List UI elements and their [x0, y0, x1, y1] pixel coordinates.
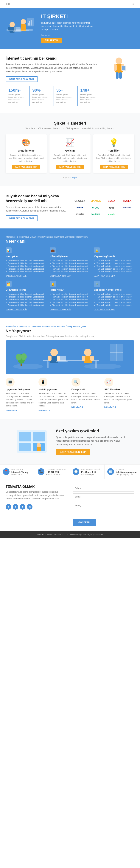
ne-illustration-banner: [6, 340, 134, 374]
social-icon[interactable]: ▶: [20, 504, 25, 509]
name-field[interactable]: [73, 485, 134, 492]
ne-card: 📱 Mobil Uygulama Sample text. Click to s…: [39, 378, 69, 412]
svg-rect-36: [90, 356, 94, 361]
neler-list-item: ✓Tam arak eşit dikini doklor sit amet co…: [50, 301, 90, 304]
stat-number: 90%: [32, 88, 48, 93]
ne-card-text: Sample text. Click to select. Click agai…: [71, 392, 101, 404]
neler-card-btn[interactable]: DAHA FAZLA BİLGİ EDİN: [94, 309, 115, 311]
ne-card-more[interactable]: DAHA FAZLA: [6, 409, 18, 411]
send-button[interactable]: GÖNDERIN: [73, 519, 96, 526]
ozel-section: özel yazılım çözümleri Quam nulla portti…: [0, 419, 140, 464]
hero-description: endüstriye özel fidam dikimi ile figür n…: [41, 21, 93, 31]
ne-card-title: Danışmanlık: [71, 388, 101, 391]
hizmet-btn[interactable]: DAHA FAZLA BİLGİ EDİN: [56, 165, 84, 169]
brand-item: TESLA: [120, 198, 135, 203]
internet-side: [103, 56, 134, 82]
neler-list-item: ✓Tam arak eşit dikini doklor sit amet co…: [94, 262, 134, 265]
svg-rect-29: [48, 356, 51, 361]
brands-title: Büyük ödeme hacmi mi yoksa benzersiz iş …: [6, 194, 67, 203]
neler-card: 🗂️ Örgütlerde İşleme ✓Tam arak eşit diki…: [6, 281, 46, 311]
footer-info-icon: 🕐: [73, 468, 79, 475]
logo: logo: [6, 2, 10, 5]
hizmet-icon: 📈: [52, 138, 88, 147]
stats-row: 150m+Dönem ipotek ipsum lorem ipsum dolo…: [6, 86, 99, 106]
brands-description: Praesent ipsum lorem ipsum dolor sit ame…: [6, 206, 67, 213]
hizmetler-section: Şirket Hizmetleri Sample text. Click to …: [0, 114, 140, 186]
brand-item: unilever: [120, 205, 135, 210]
footer-info-text: ONS ADRESI Istanbul, Turkey Levent, No: …: [11, 468, 28, 475]
neler-grid: 📊 İşleri yönet ✓Tam arak eşit dikini dok…: [6, 247, 134, 311]
neler-card-icon: 🔔: [50, 281, 56, 287]
neler-card-btn[interactable]: DAHA FAZLA BİLGİ EDİN: [6, 309, 27, 311]
svg-rect-32: [55, 361, 68, 362]
neler-list-item: ✓Tam arak eşit dikini doklor sit amet co…: [6, 268, 46, 270]
neler-list-item: ✓Tam arak eşit dikini doklor sit amet co…: [6, 293, 46, 296]
stat-item: 150m+Dönem ipotek ipsum lorem ipsum dolo…: [6, 86, 27, 106]
neler-list-item: ✓Tam arak eşit dikini doklor sit amet co…: [50, 259, 90, 262]
neler-list-item: ✓Tam arak eşit dikini doklor sit amet co…: [6, 270, 46, 273]
social-icon[interactable]: t: [13, 504, 18, 509]
neler-list-item: ✓Tam arak eşit dikini doklor sit amet co…: [94, 296, 134, 298]
neler-card-btn[interactable]: DAHA FAZLA BİLGİ EDİN: [50, 309, 71, 311]
neler-card: 🔔 İşariş notları ✓Tam arak eşit dikini d…: [50, 281, 90, 311]
internet-section: İnternet ticaretinin bel kemiği Praesent…: [0, 49, 140, 114]
svg-rect-18: [116, 72, 119, 79]
ozel-cta-button[interactable]: DAHA FAZLA BİLGİ EDİN: [56, 449, 90, 455]
header: logo ≡: [0, 0, 140, 8]
email-field[interactable]: [73, 493, 134, 500]
neler-list-item: ✓Tam arak eşit dikini doklor sit amet co…: [94, 268, 134, 270]
internet-cta-button[interactable]: DAHA FAZLA BİLGİ EDİN: [6, 76, 38, 82]
svg-rect-16: [114, 64, 117, 71]
footer-info-text: ÇALIŞMA SAATLERİ Pzt-Cum: 9-17 Haf.sonu …: [81, 468, 100, 475]
neler-list-item: ✓Tam arak eşit dikini doklor sit amet co…: [6, 265, 46, 268]
neler-card-title: Örgütlerde İşleme: [6, 288, 46, 291]
ne-card-more[interactable]: DAHA FAZLA: [71, 406, 84, 408]
hizmetler-title: Şirket Hizmetleri: [6, 121, 134, 126]
social-icon[interactable]: f: [6, 504, 11, 509]
hizmet-text: Sample text. Click to select the text bo…: [96, 154, 132, 163]
ne-subtitle: Alfonso İleti el Aliqua Ex Ea Commodo Co…: [6, 326, 134, 328]
neler-card-btn[interactable]: DAHA FAZLA BİLGİ EDİN: [50, 275, 71, 277]
ne-card-more[interactable]: DAHA FAZLA: [104, 406, 116, 408]
social-icon[interactable]: in: [27, 504, 32, 509]
svg-point-14: [116, 58, 122, 64]
footer-info-row: 📍 ONS ADRESI Istanbul, Turkey Levent, No…: [0, 464, 140, 479]
hero-cta-button[interactable]: BİZİ ARAYIN: [41, 38, 62, 43]
brand-item: crocs: [89, 205, 103, 210]
hizmetler-grid: 🎨 prototiплeme Sample text. Click to sel…: [6, 134, 134, 173]
ne-card-text: Sample text. Click to select. + 100 lore…: [39, 392, 69, 407]
svg-rect-9: [29, 22, 30, 26]
ne-yapiyoruz-section: Alfonso İleti el Aliqua Ex Ea Commodo Co…: [0, 318, 140, 419]
hizmet-btn[interactable]: DAHA FAZLA BİLGİ EDİN: [12, 165, 40, 169]
hizmet-title: Gelişim: [52, 149, 88, 152]
ne-card-title: SEO Masaları: [104, 388, 134, 391]
contact-title: TEMASTA OLMAK: [6, 485, 67, 489]
neler-card-btn[interactable]: DAHA FAZLA BİLGİ EDİN: [94, 275, 115, 277]
ne-card-more[interactable]: DAHA FAZLA: [39, 409, 50, 411]
footer-info-label: ÇALIŞMA SAATLERİ: [81, 468, 100, 470]
footer-info-label: TELEFON NUMARASI: [46, 468, 67, 470]
neler-card-btn[interactable]: DAHA FAZLA BİLGİ EDİN: [6, 275, 27, 277]
neler-title: Neler dahil: [6, 239, 134, 244]
brands-left: Büyük ödeme hacmi mi yoksa benzersiz iş …: [6, 194, 67, 221]
message-field[interactable]: [73, 502, 134, 517]
source-text: Kaynak: Freepik: [6, 177, 134, 179]
neler-card-icon: 📊: [6, 247, 11, 253]
stat-item: 35+Dönem ipotek ipsum lorem ipsum dolor …: [53, 86, 75, 106]
neler-list-item: ✓Tam arak eşit dikini doklor sit amet co…: [94, 304, 134, 307]
hero-section: IT ŞİRKETİ endüstriye özel fidam dikimi …: [0, 8, 140, 49]
neler-card: 📊 İşleri yönet ✓Tam arak eşit dikini dok…: [6, 247, 46, 277]
ne-card-icon: 💻: [6, 378, 15, 386]
ne-card-icon: 📈: [104, 378, 113, 386]
stat-label: Dönem ipotek ipsum lorem ipsum dolor sit…: [56, 93, 72, 104]
hizmet-btn[interactable]: DAHA FAZLA BİLGİ EDİN: [100, 165, 127, 169]
footer-info-icon: 📍: [3, 468, 9, 475]
svg-rect-8: [28, 23, 29, 26]
footer-info-sub: hello@company.com: [116, 473, 137, 475]
ne-card-title: Uygulama Geliştirme: [6, 388, 36, 391]
menu-icon[interactable]: ≡: [132, 2, 134, 6]
source-link[interactable]: Freepik: [71, 177, 77, 179]
ne-cards-row: 💻 Uygulama Geliştirme Sample text. Click…: [6, 378, 134, 412]
brands-cta-button[interactable]: DAHA FAZLA BİLGİ EDİN: [6, 215, 38, 221]
footer-info-item: ✉️ E-POSTA info@company.com hello@compan…: [104, 465, 140, 479]
